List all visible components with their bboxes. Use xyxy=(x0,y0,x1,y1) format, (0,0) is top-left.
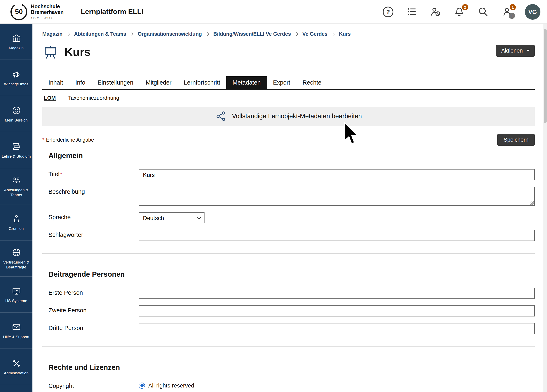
section-title-allgemein: Allgemein xyxy=(48,151,535,160)
form-row-titel: Titel* xyxy=(42,169,535,180)
required-note-text: Erforderliche Angabe xyxy=(46,137,94,143)
form-row-copyright: Copyright All rights reserved xyxy=(42,381,535,389)
scrollbar-thumb[interactable] xyxy=(544,29,547,123)
search-icon[interactable] xyxy=(477,6,489,17)
form-row-erste-person: Erste Person xyxy=(42,288,535,299)
help-icon[interactable]: ? xyxy=(383,6,393,17)
help-glyph: ? xyxy=(386,8,390,15)
breadcrumb-link[interactable]: Kurs xyxy=(339,31,351,37)
user-avatar[interactable]: VG xyxy=(525,4,540,20)
actions-button[interactable]: Aktionen xyxy=(496,45,535,57)
breadcrumb-link[interactable]: Bildung/Wissen/ELLI Ve Gerdes xyxy=(213,31,291,37)
notification-badge: 2 xyxy=(462,4,468,10)
sidebar-item-hilfe-support[interactable]: Hilfe & Support xyxy=(0,313,33,349)
notifications-bell-icon[interactable]: 2 xyxy=(453,6,465,17)
sidebar-item-gremien[interactable]: Gremien xyxy=(0,204,33,241)
list-icon[interactable] xyxy=(406,6,417,17)
university-logo[interactable]: 50 Hochschule Bremerhaven 1975 – 2025 xyxy=(10,3,64,21)
tab-rechte[interactable]: Rechte xyxy=(296,76,328,89)
sidebar-item-hs-systeme[interactable]: HS-Systeme xyxy=(0,277,33,313)
form-row-dritte-person: Dritte Person xyxy=(42,323,535,334)
form-row-schlagwoerter: Schlagwörter xyxy=(42,230,535,241)
required-asterisk: * xyxy=(60,171,62,177)
sidebar-item-label: Abteilungen & Teams xyxy=(1,187,32,197)
section-divider xyxy=(42,253,535,254)
people-icon xyxy=(11,175,21,185)
required-note: *Erforderliche Angabe xyxy=(42,137,94,143)
dritte-person-input[interactable] xyxy=(139,323,535,334)
zweite-person-input[interactable] xyxy=(139,305,535,317)
smiley-icon xyxy=(11,105,21,115)
metadata-nodes-icon xyxy=(215,110,227,122)
schlagwoerter-label: Schlagwörter xyxy=(48,230,139,241)
sidebar-item-magazin[interactable]: Magazin xyxy=(0,24,33,60)
copyright-radio-label: All rights reserved xyxy=(148,382,194,389)
subtab-bar: LOM Taxonomiezuordnung xyxy=(42,95,535,101)
form-header: *Erforderliche Angabe Speichern xyxy=(42,134,535,146)
edit-full-metadata-link[interactable]: Vollständige Lernobjekt-Metadaten bearbe… xyxy=(232,113,362,120)
beschreibung-label: Beschreibung xyxy=(48,187,139,206)
chevron-right-icon xyxy=(130,33,134,36)
sidebar-item-label: Gremien xyxy=(9,226,24,231)
sprache-select[interactable]: Deutsch xyxy=(139,212,205,223)
sprache-select-value: Deutsch xyxy=(143,215,164,221)
megaphone-icon xyxy=(11,69,21,79)
sidebar-item-vertretungen[interactable]: Vertretungen & Beauftragte xyxy=(0,241,33,277)
tab-mitglieder[interactable]: Mitglieder xyxy=(140,76,178,89)
required-asterisk: * xyxy=(42,137,44,143)
breadcrumb-link[interactable]: Organisationsentwicklung xyxy=(137,31,202,37)
sidebar-item-administration[interactable]: Administration xyxy=(0,349,33,385)
tab-bar: Inhalt Info Einstellungen Mitglieder Ler… xyxy=(42,76,535,90)
books-icon xyxy=(11,142,21,151)
sidebar-item-label: Vertretungen & Beauftragte xyxy=(1,260,32,270)
form-row-beschreibung: Beschreibung xyxy=(42,187,535,206)
chevron-right-icon xyxy=(331,33,335,36)
sidebar-item-label: Magazin xyxy=(9,45,24,50)
contacts-icon[interactable]: 1 1 xyxy=(501,6,513,17)
tab-export[interactable]: Export xyxy=(267,76,296,89)
contacts-badge-secondary: 1 xyxy=(509,13,515,19)
sidebar-item-wichtige-infos[interactable]: Wichtige Infos xyxy=(0,60,33,96)
titel-input[interactable] xyxy=(139,169,535,180)
schlagwoerter-input[interactable] xyxy=(139,230,535,241)
sidebar-item-mein-bereich[interactable]: Mein Bereich xyxy=(0,96,33,132)
section-title-beitragende: Beitragende Personen xyxy=(48,270,535,279)
tab-inhalt[interactable]: Inhalt xyxy=(42,76,69,89)
logo-line1: Hochschule xyxy=(31,4,64,10)
section-divider xyxy=(42,346,535,347)
erste-person-label: Erste Person xyxy=(48,288,139,299)
subtab-taxonomiezuordnung[interactable]: Taxonomiezuordnung xyxy=(68,95,119,101)
sidebar-item-lehre-studium[interactable]: Lehre & Studium xyxy=(0,132,33,168)
page-title-row: Kurs Aktionen xyxy=(42,43,535,61)
copyright-radio[interactable] xyxy=(139,382,145,389)
section-title-rechte: Rechte und Lizenzen xyxy=(48,363,535,372)
monitor-icon xyxy=(11,286,21,296)
sidebar-item-abteilungen-teams[interactable]: Abteilungen & Teams xyxy=(0,168,33,204)
breadcrumb-link[interactable]: Magazin xyxy=(42,31,63,37)
envelope-icon xyxy=(11,322,21,332)
save-button[interactable]: Speichern xyxy=(497,134,535,146)
tab-info[interactable]: Info xyxy=(69,76,91,89)
logo-text: Hochschule Bremerhaven 1975 – 2025 xyxy=(31,4,64,19)
subtab-lom[interactable]: LOM xyxy=(44,95,56,101)
tab-lernfortschritt[interactable]: Lernfortschritt xyxy=(178,76,226,89)
tab-einstellungen[interactable]: Einstellungen xyxy=(91,76,139,89)
building-icon xyxy=(11,33,21,43)
dritte-person-label: Dritte Person xyxy=(48,323,139,334)
breadcrumb: Magazin Abteilungen & Teams Organisation… xyxy=(42,29,535,39)
app-window: 50 Hochschule Bremerhaven 1975 – 2025 Le… xyxy=(0,0,547,392)
copyright-radio-option: All rights reserved xyxy=(139,381,535,389)
erste-person-input[interactable] xyxy=(139,288,535,299)
copyright-label: Copyright xyxy=(48,381,139,389)
online-users-icon[interactable] xyxy=(430,6,441,17)
sidebar-item-label: Administration xyxy=(4,371,28,375)
breadcrumb-link[interactable]: Abteilungen & Teams xyxy=(74,31,126,37)
vertical-scrollbar[interactable] xyxy=(543,24,547,392)
tab-metadaten[interactable]: Metadaten xyxy=(226,76,267,89)
sidebar-item-label: Lehre & Studium xyxy=(2,154,31,159)
beschreibung-textarea[interactable] xyxy=(139,187,535,206)
edit-full-metadata-banner[interactable]: Vollständige Lernobjekt-Metadaten bearbe… xyxy=(42,107,535,126)
course-board-icon xyxy=(42,45,59,60)
sidebar-item-label: Wichtige Infos xyxy=(4,81,28,86)
breadcrumb-link[interactable]: Ve Gerdes xyxy=(302,31,328,37)
